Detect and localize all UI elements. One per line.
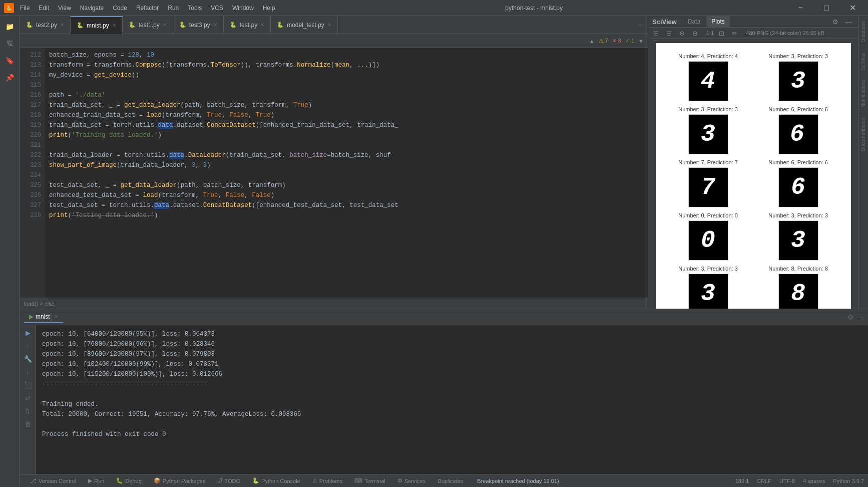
run-wrap-icon[interactable]: ⇄ (23, 392, 34, 403)
tab-test[interactable]: 🐍 test.py ✕ (224, 16, 271, 34)
tab-test1[interactable]: 🐍 test1.py ✕ (123, 16, 173, 34)
window-controls[interactable]: − □ ✕ (789, 1, 864, 15)
mnist-cell-2: Number: 3, Prediction: 3 3 (666, 106, 751, 154)
run-wrench-icon[interactable]: 🔧 (23, 353, 34, 364)
menu-edit[interactable]: Edit (35, 3, 53, 14)
minimize-button[interactable]: − (789, 1, 812, 15)
tab-mnist[interactable]: 🐍 mnist.py ✕ (71, 16, 123, 34)
tab-test1-close[interactable]: ✕ (163, 22, 167, 28)
status-tab-vcs-label: Version Control (39, 478, 76, 484)
run-stop-icon[interactable]: ⬛ (23, 379, 34, 390)
settings-gear-icon[interactable]: ⚙ (847, 313, 854, 321)
sidebar-project-icon[interactable]: 📁 (2, 19, 18, 35)
right-tab-database[interactable]: Database (859, 16, 867, 48)
editor-panel: 🐍 test2.py ✕ 🐍 mnist.py ✕ 🐍 test1.py ✕ (20, 16, 648, 309)
code-line-221 (49, 140, 644, 150)
run-up-icon[interactable]: ↑ (23, 340, 34, 351)
menu-view[interactable]: View (54, 3, 75, 14)
menu-help[interactable]: Help (259, 3, 279, 14)
right-tab-notifications[interactable]: Notifications (859, 75, 867, 112)
menu-navigate[interactable]: Navigate (76, 3, 108, 14)
status-tabs[interactable]: ⎇ Version Control ▶ Run 🐛 Debug 📦 Python… (24, 475, 469, 486)
run-down-icon[interactable]: ↓ (23, 366, 34, 377)
code-text[interactable]: batch_size, epochs = 128, 10 transform =… (45, 48, 648, 298)
tab-mnist-label: mnist.py (87, 22, 109, 29)
status-tab-problems[interactable]: ⚠ Problems (306, 475, 348, 486)
code-line-217: train_data_set, _ = get_data_loader(path… (49, 100, 644, 110)
mnist-cell-0: Number: 4, Prediction: 4 4 (666, 53, 751, 101)
sciview-pen-icon[interactable]: ✏ (729, 28, 740, 39)
sidebar-bookmark-icon[interactable]: 🔖 (2, 53, 18, 69)
sciview-settings-icon[interactable]: ⚙ (830, 16, 841, 27)
tab-test-close[interactable]: ✕ (260, 22, 264, 28)
sciview-expand-icon[interactable]: ⊞ (650, 28, 661, 39)
sciview-zoom-in-icon[interactable]: ⊕ (676, 28, 687, 39)
sciview-grid-icon[interactable]: ⊟ (663, 28, 674, 39)
tab-test3[interactable]: 🐍 test3.py ✕ (173, 16, 224, 34)
panel-minimize-icon[interactable]: — (857, 313, 864, 321)
status-tab-services[interactable]: ⚙ Services (391, 475, 431, 486)
status-tab-terminal[interactable]: ⌨ Terminal (348, 475, 391, 486)
ok-count: ✓ 1 (625, 38, 634, 44)
sciview-hide-icon[interactable]: — (843, 16, 854, 27)
sciview-tab-data[interactable]: Data (683, 16, 705, 27)
right-tab-sciview[interactable]: SciView (859, 48, 867, 75)
status-tab-vcs[interactable]: ⎇ Version Control (24, 475, 82, 486)
status-tab-debug[interactable]: 🐛 Debug (110, 475, 147, 486)
run-tab-close[interactable]: ✕ (54, 314, 58, 319)
menu-refactor[interactable]: Refactor (132, 3, 163, 14)
tab-model-label: model_test.py (287, 22, 324, 29)
mnist-digit-3: 6 (778, 114, 818, 154)
menu-file[interactable]: File (16, 3, 34, 14)
sciview-tabs[interactable]: Data Plots (683, 16, 730, 27)
main-container: 📁 🏗 🔖 📌 🐍 test2.py ✕ 🐍 mnist.py (0, 16, 868, 487)
run-panel-settings-icon[interactable]: ⚙ — (847, 313, 864, 321)
sciview-zoom-out-icon[interactable]: ⊖ (689, 28, 700, 39)
close-button[interactable]: ✕ (841, 1, 864, 15)
menu-code[interactable]: Code (109, 3, 131, 14)
sciview-image-info: 480 PNG (24-bit color) 28.65 kB (746, 30, 824, 36)
sciview-title: SciView (652, 18, 677, 26)
tab-test2[interactable]: 🐍 test2.py ✕ (20, 16, 71, 34)
code-editor[interactable]: 212 213 214 215 216 217 218 219 220 221 … (20, 48, 648, 298)
run-line-4: epoch: 10, [102400/120000(99%)], loss: 0… (42, 359, 862, 369)
run-sidebar: ▶ ↑ 🔧 ↓ ⬛ ⇄ ⇅ 🗑 (20, 325, 36, 474)
editor-tabs: 🐍 test2.py ✕ 🐍 mnist.py ✕ 🐍 test1.py ✕ (20, 16, 648, 34)
titlebar: 🐍 File Edit View Navigate Code Refactor … (0, 0, 868, 16)
run-play-button[interactable]: ▶ (23, 327, 34, 338)
status-tab-run[interactable]: ▶ Run (82, 475, 110, 486)
breadcrumb: load() > else (24, 301, 55, 307)
menu-window[interactable]: Window (228, 3, 258, 14)
status-tab-python-packages[interactable]: 📦 Python Packages (148, 475, 212, 486)
maximize-button[interactable]: □ (815, 1, 838, 15)
run-tab-label[interactable]: ▶ mnist ✕ (24, 311, 63, 323)
menu-vcs[interactable]: VCS (207, 3, 227, 14)
tab-test3-close[interactable]: ✕ (213, 22, 217, 28)
menu-run[interactable]: Run (164, 3, 183, 14)
sciview-zoom-level: 1:1 (706, 30, 714, 36)
mnist-cell-7: Number: 3, Prediction: 3 3 (756, 212, 841, 261)
run-clear-icon[interactable]: 🗑 (23, 418, 34, 429)
menu-tools[interactable]: Tools (184, 3, 206, 14)
sidebar-pin-icon[interactable]: 📌 (2, 70, 18, 86)
sidebar-structure-icon[interactable]: 🏗 (2, 36, 18, 52)
tab-model-close[interactable]: ✕ (327, 22, 331, 28)
right-tab-documentation[interactable]: Documentation (859, 113, 867, 156)
tab-test2-close[interactable]: ✕ (60, 22, 64, 28)
code-line-226: enhanced_test_data_set = load(transform,… (49, 190, 644, 200)
run-panel-header: ▶ mnist ✕ (24, 311, 63, 323)
sciview-fit-icon[interactable]: ⊡ (716, 28, 727, 39)
status-tab-duplicates[interactable]: Duplicates (431, 475, 469, 486)
mnist-cell-3: Number: 6, Prediction: 6 6 (756, 106, 841, 154)
app-logo: 🐍 (4, 3, 14, 13)
tabs-more-button[interactable]: ⋯ (634, 22, 648, 29)
status-tab-todo[interactable]: ☑ TODO (211, 475, 246, 486)
menu-bar[interactable]: File Edit View Navigate Code Refactor Ru… (16, 3, 279, 14)
mnist-label-3: Number: 6, Prediction: 6 (768, 106, 828, 112)
status-tab-python-console[interactable]: 🐍 Python Console (246, 475, 306, 486)
tab-mnist-close[interactable]: ✕ (112, 23, 116, 28)
run-scroll-icon[interactable]: ⇅ (23, 405, 34, 416)
sciview-panel: SciView : Data Plots ⚙ — ⊞ ⊟ ⊕ ⊖ (648, 16, 858, 309)
tab-model[interactable]: 🐍 model_test.py ✕ (271, 16, 338, 34)
sciview-tab-plots[interactable]: Plots (706, 16, 730, 27)
